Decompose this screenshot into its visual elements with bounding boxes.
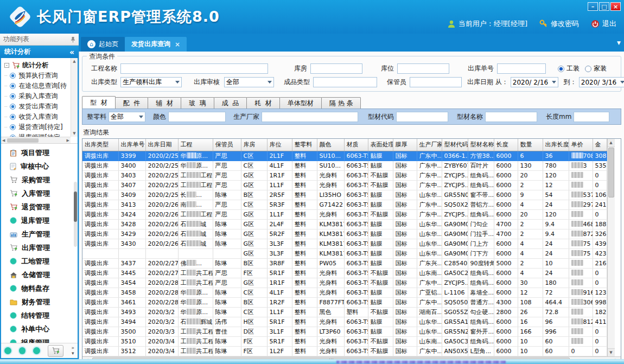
- table-row[interactable]: 调拨出库34132020/2/26南...严思C区5R3F整料G71422606…: [82, 200, 607, 209]
- column-header[interactable]: 金: [593, 139, 607, 151]
- scroll-up-icon[interactable]: ▲: [608, 139, 615, 147]
- column-header[interactable]: 型材名称: [468, 139, 494, 151]
- column-header[interactable]: 单价: [569, 139, 593, 151]
- profile-code-input[interactable]: [396, 112, 448, 122]
- column-header[interactable]: 库位: [267, 139, 292, 151]
- tab-close-icon[interactable]: ×: [175, 41, 180, 48]
- column-header[interactable]: 型材代码: [442, 139, 468, 151]
- material-tab[interactable]: 隔 热 条: [321, 97, 361, 108]
- column-header[interactable]: 出库单号: [118, 139, 145, 151]
- tree-item[interactable]: ┈采购入库查询: [4, 91, 78, 101]
- scroll-down-icon[interactable]: ▼: [73, 131, 75, 136]
- keeper-input[interactable]: [410, 77, 462, 87]
- table-row[interactable]: 调拨出库34612020/2/28华原...陈琳B区1R2F整料F8877FT6…: [82, 297, 607, 307]
- order-no-input[interactable]: [497, 63, 546, 74]
- date-to-picker[interactable]: 2020/ 3/16: [579, 77, 624, 87]
- scrollbar-thumb[interactable]: [608, 148, 614, 197]
- length-input[interactable]: [574, 112, 609, 122]
- table-row[interactable]: 调拨出库33992020/2/25华原...严思C区2L1F整料SU10...6…: [82, 151, 607, 161]
- sidebar-module-item[interactable]: 仓储管理: [1, 268, 78, 282]
- material-tab[interactable]: 辅 材: [148, 97, 181, 108]
- table-row[interactable]: 调拨出库34092020/2/25长...陈琳B区2R5F整料LI35HO606…: [82, 190, 607, 200]
- maximize-button[interactable]: □: [599, 2, 609, 11]
- audit-combo[interactable]: 全部: [224, 77, 274, 87]
- tree-vertical-scrollbar[interactable]: ▲ ▼: [71, 58, 78, 137]
- table-row[interactable]: 调拨出库35122020/3/4工共工程陈琳F区1L2F整料光身料6063-T5…: [82, 346, 607, 356]
- close-button[interactable]: ×: [610, 2, 621, 11]
- material-tab[interactable]: 型 材: [82, 96, 116, 108]
- tree-root-statistics[interactable]: -统计分析: [4, 60, 78, 71]
- tree-item[interactable]: ┈在途信息查询[待: [4, 81, 78, 91]
- material-tab[interactable]: 耗 材: [246, 97, 280, 108]
- sidebar-module-item[interactable]: 结转管理: [1, 309, 78, 322]
- material-tab[interactable]: 单体型材: [279, 97, 322, 108]
- tree-expander-icon[interactable]: -: [4, 63, 9, 68]
- table-row[interactable]: 调拨出库35002020/3/3工共工程曹佳D区3L1F整料LT3P606063…: [82, 327, 607, 336]
- sidebar-module-item[interactable]: 财务管理: [1, 295, 78, 309]
- column-header[interactable]: 整零料: [292, 139, 317, 151]
- out-type-combo[interactable]: 生产领料出库: [120, 77, 182, 87]
- column-header[interactable]: 材质: [344, 139, 368, 151]
- sidebar-module-item[interactable]: 生产管理: [1, 227, 78, 241]
- material-tab[interactable]: 成 品: [214, 97, 247, 108]
- table-row[interactable]: 调拨出库34582020/2/28华原...陈琳C区4L1F整料光身料6063-…: [82, 288, 607, 297]
- column-header[interactable]: 数量: [518, 139, 543, 151]
- table-row[interactable]: 调拨出库34452020/2/27工共工程严思F区5R1F整料光身料6063-T…: [82, 268, 607, 278]
- grid-vertical-scrollbar[interactable]: ▲ ▼: [607, 139, 615, 356]
- table-row[interactable]: 调拨出库34292020/2/26石城陈琳G区5R2F整料KLM38176063…: [82, 229, 607, 239]
- table-row[interactable]: 调拨出库34032020/2/25工工程严思G区1R1F整料光身料6063-T5…: [82, 170, 607, 180]
- column-header[interactable]: 工程: [178, 139, 213, 151]
- table-row[interactable]: 调拨出库34302020/2/26石城陈琳G区3L3F整料KLM38176063…: [82, 239, 607, 248]
- scroll-right-icon[interactable]: ▶: [67, 138, 69, 143]
- tree-item[interactable]: ┈收货入库查询: [4, 112, 78, 122]
- sidebar-module-item[interactable]: 工地管理: [1, 254, 78, 268]
- warehouse-input[interactable]: [310, 63, 362, 74]
- manufacturer-input[interactable]: [262, 112, 358, 122]
- sidebar-module-item[interactable]: 退货管理: [1, 200, 78, 214]
- scroll-left-icon[interactable]: ◀: [2, 138, 5, 143]
- sidebar-module-item[interactable]: 补单中心: [1, 322, 78, 336]
- sidebar-module-item[interactable]: 报废管理: [1, 336, 78, 343]
- tree-horizontal-scrollbar[interactable]: ◀ ▶: [1, 137, 71, 143]
- tab-home[interactable]: ⌂ 起始页: [81, 37, 125, 52]
- column-header[interactable]: 长度: [494, 139, 518, 151]
- date-from-picker[interactable]: 2020/ 2/16: [511, 77, 558, 87]
- sidebar-module-item[interactable]: 采购管理: [1, 173, 78, 187]
- whole-part-combo[interactable]: 全部: [109, 112, 145, 122]
- column-header[interactable]: 颜色: [317, 139, 344, 151]
- column-header[interactable]: 表面处理: [368, 139, 393, 151]
- table-row[interactable]: 调拨出库34932020/3/2华原...陈琳C区1L1F整料黑色塑料不贴膜国标…: [82, 307, 607, 317]
- table-row[interactable]: 调拨出库34072020/2/25工工程严思G区1L1F整料光身料6063-T5…: [82, 180, 607, 190]
- product-type-input[interactable]: [313, 77, 377, 87]
- scrollbar-thumb[interactable]: [7, 138, 39, 143]
- material-tab[interactable]: 配 件: [115, 97, 149, 108]
- sidebar-module-item[interactable]: 退库管理: [1, 214, 78, 227]
- color-input[interactable]: [168, 112, 226, 122]
- column-header[interactable]: 库房: [241, 139, 267, 151]
- location-input[interactable]: [397, 63, 449, 74]
- project-name-input[interactable]: [120, 63, 268, 74]
- table-row[interactable]: G区3L3F整料KLM38176063-T5贴膜国标山东华...GA90M09.…: [82, 248, 607, 258]
- sidebar-module-item[interactable]: 出库管理: [1, 241, 78, 254]
- sidebar-module-item[interactable]: 项目管理: [1, 146, 78, 159]
- cart-shortcut-button[interactable]: [48, 345, 63, 357]
- sidebar-module-item[interactable]: 审核中心: [1, 159, 78, 173]
- radio-jiazhuang[interactable]: [585, 66, 591, 72]
- table-row[interactable]: 调拨出库34002020/2/25华原...严思C区4L1F整料SU10...6…: [82, 161, 607, 170]
- column-header[interactable]: 膜厚: [393, 139, 417, 151]
- module-shortcut-icon[interactable]: [4, 347, 11, 354]
- column-header[interactable]: 出库长度: [543, 139, 569, 151]
- logout-button[interactable]: 退出: [591, 19, 616, 29]
- minimize-button[interactable]: –: [588, 2, 598, 11]
- tree-item[interactable]: ┈发货出库查询: [4, 101, 78, 112]
- overflow-chevron[interactable]: »▾: [71, 346, 74, 356]
- scroll-up-icon[interactable]: ▲: [73, 59, 75, 63]
- tree-item[interactable]: ┈预算执行查询: [4, 71, 78, 81]
- module-scrollbar[interactable]: [74, 182, 77, 247]
- module-shortcut-icon[interactable]: [19, 347, 26, 354]
- tab-shipment-outbound-query[interactable]: 发货出库查询 ×: [125, 37, 187, 52]
- pin-icon[interactable]: [71, 36, 75, 43]
- section-header-statistics[interactable]: 统计分析 «: [0, 46, 79, 58]
- scroll-down-icon[interactable]: ▼: [608, 348, 615, 356]
- column-header[interactable]: 出库日期: [145, 139, 178, 151]
